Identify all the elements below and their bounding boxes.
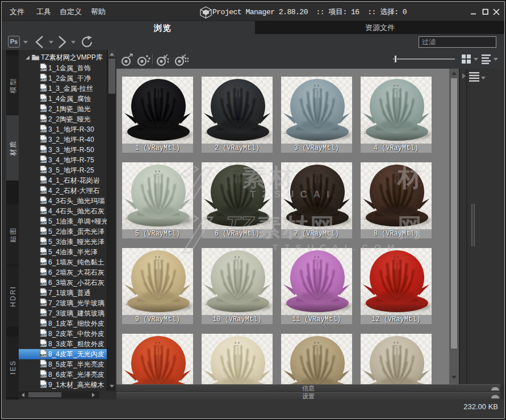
svg-text:MAT: MAT [40,170,47,173]
svg-text:MAT: MAT [40,333,47,337]
svg-text:MAT: MAT [40,200,47,204]
svg-text:MAT: MAT [40,241,47,245]
svg-text:MAT: MAT [40,68,47,71]
svg-text:MAT: MAT [40,149,47,153]
svg-text:MAT: MAT [40,292,47,296]
svg-text:MAT: MAT [40,159,47,163]
svg-text:MAT: MAT [40,323,47,326]
svg-text:MAT: MAT [40,180,47,183]
svg-text:MAT: MAT [40,78,47,81]
svg-text:MAT: MAT [40,190,47,194]
svg-text:MAT: MAT [40,262,47,265]
svg-text:MAT: MAT [40,88,47,91]
svg-text:MAT: MAT [40,313,47,316]
svg-text:MAT: MAT [40,129,47,132]
svg-text:MAT: MAT [40,343,47,347]
svg-text:MAT: MAT [40,211,47,214]
svg-text:MAT: MAT [40,231,47,234]
svg-text:MAT: MAT [40,119,47,122]
svg-text:MAT: MAT [40,108,47,112]
svg-text:MAT: MAT [40,272,47,275]
svg-text:MAT: MAT [40,139,47,142]
svg-text:MAT: MAT [40,98,47,102]
svg-text:MAT: MAT [40,303,47,306]
svg-text:MAT: MAT [40,384,47,388]
svg-text:MAT: MAT [40,374,47,377]
svg-text:MAT: MAT [40,251,47,255]
svg-text:MAT: MAT [40,364,47,367]
svg-text:MAT: MAT [40,221,47,224]
svg-text:MAT: MAT [40,282,47,285]
svg-text:MAT: MAT [40,354,47,357]
